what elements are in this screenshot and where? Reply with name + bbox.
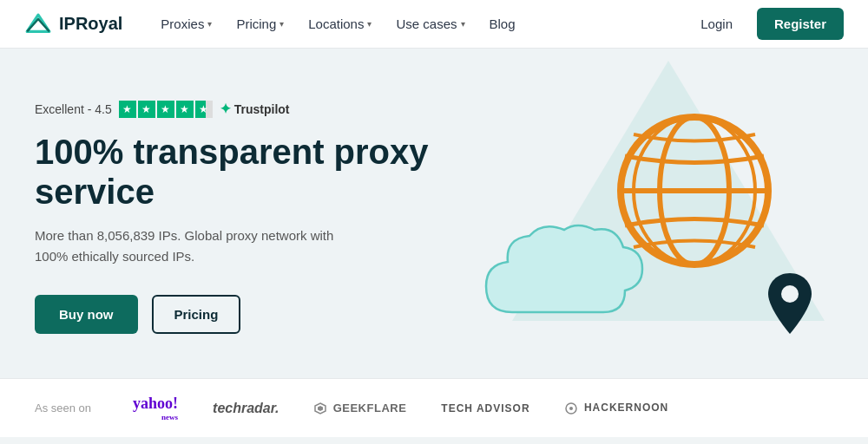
svg-marker-6 [318,406,323,411]
as-seen-label: As seen on [35,402,91,415]
logo-text: IPRoyal [59,14,122,34]
nav-pricing[interactable]: Pricing ▾ [226,10,294,38]
star-5-half: ★ [195,101,213,118]
logo-icon [24,12,52,36]
nav-actions: Login Register [690,8,844,40]
geekflare-logo: GEEKFLARE [314,402,407,415]
hero-illustration [434,87,833,347]
as-seen-on-bar: As seen on yahoo!news techradar. GEEKFLA… [0,378,868,437]
brand-logos: yahoo!news techradar. GEEKFLARE TECH ADV… [133,395,833,421]
trustpilot-logo: ✦ Trustpilot [220,101,290,117]
star-3: ★ [157,101,174,118]
navigation: IPRoyal Proxies ▾ Pricing ▾ Locations ▾ … [0,0,868,49]
globe-icon [608,104,781,278]
hackernoon-icon [565,402,577,415]
svg-point-8 [569,407,573,410]
svg-point-4 [781,285,799,303]
hackernoon-logo: HACKERNOON [565,402,669,415]
techradar-logo: techradar. [213,401,279,416]
register-button[interactable]: Register [757,8,844,40]
chevron-down-icon: ▾ [207,19,212,29]
hero-section: Excellent - 4.5 ★ ★ ★ ★ ★ ✦ Trustpilot 1… [0,49,868,378]
techadvisor-logo: TECH ADVISOR [441,402,529,415]
login-button[interactable]: Login [690,10,743,38]
nav-proxies[interactable]: Proxies ▾ [150,10,222,38]
nav-links: Proxies ▾ Pricing ▾ Locations ▾ Use case… [150,10,690,38]
hero-description: More than 8,056,839 IPs. Global proxy ne… [35,225,365,267]
chevron-down-icon: ▾ [279,19,284,29]
nav-use-cases[interactable]: Use cases ▾ [385,10,475,38]
star-4: ★ [176,101,194,118]
star-2: ★ [138,101,155,118]
logo-link[interactable]: IPRoyal [24,12,122,36]
buy-now-button[interactable]: Buy now [35,295,138,334]
trustpilot-row: Excellent - 4.5 ★ ★ ★ ★ ★ ✦ Trustpilot [35,101,434,118]
trustpilot-icon: ✦ [220,101,231,117]
yahoo-logo: yahoo!news [133,395,178,421]
star-1: ★ [119,101,136,118]
hero-title: 100% transparent proxy service [35,132,434,212]
star-rating: ★ ★ ★ ★ ★ [119,101,213,118]
nav-blog[interactable]: Blog [479,10,526,38]
trustpilot-rating: Excellent - 4.5 [35,102,112,116]
chevron-down-icon: ▾ [367,19,372,29]
location-pin-icon [764,269,816,338]
pricing-button[interactable]: Pricing [152,295,241,334]
nav-locations[interactable]: Locations ▾ [298,10,382,38]
hero-content: Excellent - 4.5 ★ ★ ★ ★ ★ ✦ Trustpilot 1… [35,101,434,334]
chevron-down-icon: ▾ [461,19,465,29]
geekflare-icon [314,402,326,415]
hero-buttons: Buy now Pricing [35,295,434,334]
